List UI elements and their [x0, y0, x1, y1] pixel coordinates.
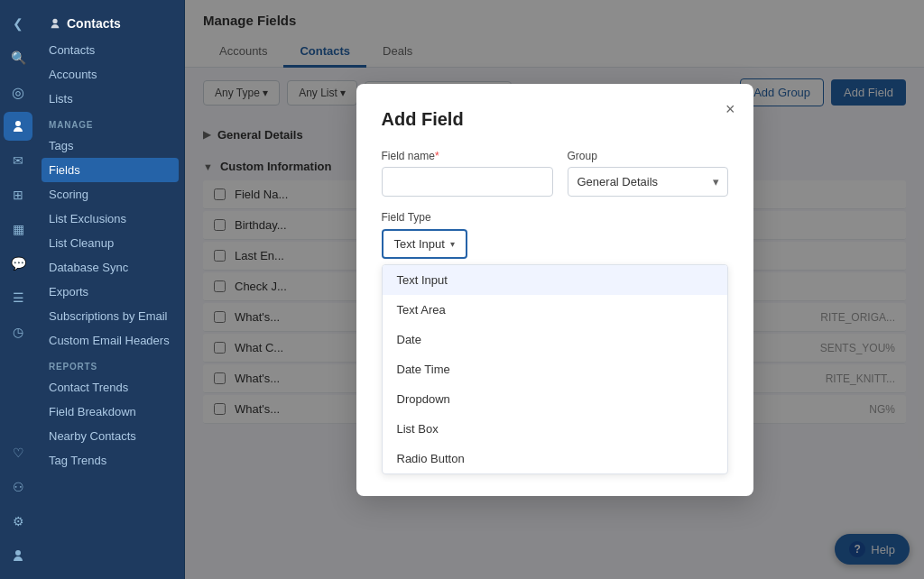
clock-icon[interactable]: ◷ [4, 317, 32, 346]
add-field-modal: Add Field × Field name* Group General De… [356, 84, 753, 496]
main-content: Manage Fields Accounts Contacts Deals An… [185, 0, 924, 579]
modal-close-button[interactable]: × [725, 100, 735, 119]
field-name-field: Field name* [382, 150, 553, 197]
sidebar-item-fields[interactable]: Fields [42, 158, 179, 182]
dropdown-item-date-time[interactable]: Date Time [383, 354, 727, 384]
dropdown-item-dropdown[interactable]: Dropdown [383, 384, 727, 414]
settings-icon[interactable]: ⚙ [4, 507, 32, 536]
search-icon[interactable]: 🔍 [4, 43, 32, 72]
location-icon[interactable]: ◎ [4, 78, 32, 106]
sidebar-item-nearby-contacts[interactable]: Nearby Contacts [36, 424, 184, 448]
dropdown-item-list-box[interactable]: List Box [383, 414, 727, 444]
manage-section-header: MANAGE [36, 111, 184, 133]
sidebar-item-accounts[interactable]: Accounts [36, 62, 184, 87]
sidebar-item-contacts[interactable]: Contacts [36, 38, 184, 62]
sidebar-item-lists[interactable]: Lists [36, 87, 184, 111]
sidebar-item-subscriptions[interactable]: Subscriptions by Email [36, 304, 184, 328]
reports-icon[interactable]: ▦ [4, 215, 32, 244]
sidebar-item-tags[interactable]: Tags [36, 133, 184, 158]
sidebar-item-custom-email-headers[interactable]: Custom Email Headers [36, 328, 184, 353]
field-name-label: Field name* [382, 150, 553, 162]
modal-overlay[interactable]: Add Field × Field name* Group General De… [185, 0, 924, 579]
field-type-dropdown-list: Text Input Text Area Date Date Time Drop… [382, 264, 728, 474]
chevron-left-icon[interactable]: ❮ [4, 9, 32, 38]
field-type-section: Field Type Text Input ▾ Text Input Text … [382, 211, 728, 474]
sidebar: Contacts Contacts Accounts Lists MANAGE … [36, 0, 185, 579]
field-name-input[interactable] [382, 167, 553, 197]
sidebar-item-exports[interactable]: Exports [36, 280, 184, 304]
dropdown-item-text-input[interactable]: Text Input [383, 265, 727, 295]
sidebar-item-tag-trends[interactable]: Tag Trends [36, 448, 184, 473]
required-marker: * [435, 150, 439, 162]
sidebar-item-list-exclusions[interactable]: List Exclusions [36, 207, 184, 231]
group-field: Group General Details Custom Information [568, 150, 728, 197]
contacts-icon[interactable] [4, 112, 32, 141]
users-icon[interactable]: ⚇ [4, 473, 32, 501]
group-select-wrapper: General Details Custom Information [568, 167, 728, 197]
sidebar-title: Contacts [36, 9, 184, 38]
dropdown-arrow-icon: ▾ [450, 239, 455, 249]
sidebar-item-database-sync[interactable]: Database Sync [36, 255, 184, 280]
reports-section-header: REPORTS [36, 353, 184, 375]
icon-navigation: ❮ 🔍 ◎ ✉ ⊞ ▦ 💬 ☰ ◷ ♡ ⚇ ⚙ [0, 0, 36, 579]
dropdown-item-text-area[interactable]: Text Area [383, 295, 727, 325]
field-type-label: Field Type [382, 211, 728, 224]
sidebar-item-field-breakdown[interactable]: Field Breakdown [36, 400, 184, 424]
user-icon[interactable] [4, 541, 32, 570]
email-icon[interactable]: ✉ [4, 146, 32, 175]
sidebar-title-text: Contacts [67, 16, 121, 31]
grid-icon[interactable]: ⊞ [4, 180, 32, 209]
dropdown-item-date[interactable]: Date [383, 325, 727, 354]
heart-icon[interactable]: ♡ [4, 438, 32, 467]
field-type-dropdown-button[interactable]: Text Input ▾ [382, 229, 467, 259]
field-type-selected-label: Text Input [394, 237, 445, 251]
chat-icon[interactable]: 💬 [4, 249, 32, 278]
dropdown-item-radio-button[interactable]: Radio Button [383, 444, 727, 473]
modal-title: Add Field [382, 109, 728, 130]
sidebar-item-list-cleanup[interactable]: List Cleanup [36, 231, 184, 255]
sidebar-item-contact-trends[interactable]: Contact Trends [36, 375, 184, 400]
sidebar-item-scoring[interactable]: Scoring [36, 182, 184, 207]
group-label: Group [568, 150, 728, 162]
list-icon[interactable]: ☰ [4, 283, 32, 312]
group-select[interactable]: General Details Custom Information [568, 167, 728, 197]
modal-top-row: Field name* Group General Details Custom… [382, 150, 728, 197]
